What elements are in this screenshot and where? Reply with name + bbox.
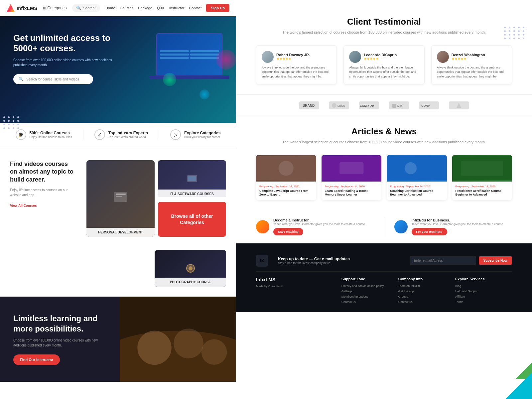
article-tag-1: Programing . September 14, 2020 [325, 185, 378, 188]
svg-rect-4 [188, 176, 196, 181]
hero-search-bar[interactable]: 🔍 [13, 74, 93, 84]
footer-item-help[interactable]: Gethelp [341, 290, 398, 293]
hero-search-input[interactable] [26, 77, 88, 81]
footer-item-privacy[interactable]: Privacy and cookie online policy [341, 284, 398, 288]
nav-quiz[interactable]: Quiz [157, 6, 165, 10]
test-user-0: Robert Downey JR. ★★★★★ [262, 51, 331, 63]
footer-top: ✉ Keep up to date — Get e-mail updates. … [256, 250, 512, 272]
svg-point-25 [405, 162, 417, 174]
brand-logo-1: LOGO [329, 101, 349, 109]
nav-categories[interactable]: ⊞ Categories [43, 6, 67, 10]
cta-desc-business: Teach what you love. Corrector gives you… [412, 222, 504, 226]
nav-home[interactable]: Home [105, 6, 115, 10]
cta-avatar-instructor [256, 220, 269, 233]
courses-icon: 🎓 [16, 129, 26, 140]
svg-text:COMPANY: COMPANY [360, 104, 375, 107]
avatar-1 [349, 51, 361, 63]
categories-label: Categories [48, 6, 67, 10]
testimonial-card-2: Denzel Washington ★★★★★ Always think out… [431, 45, 512, 85]
svg-point-6 [189, 266, 193, 270]
deco-dots-left [3, 116, 20, 129]
footer-item-groups[interactable]: Groups [398, 295, 455, 298]
article-card-0[interactable]: Programing . September 14, 2020 Complete… [256, 155, 316, 200]
footer-email-input[interactable] [410, 256, 476, 265]
nav-instructor[interactable]: Instructor [169, 6, 185, 10]
courses-left: Find videos courses on almost any topic … [10, 160, 76, 208]
article-tag-2: Programing . September 14, 2020 [390, 185, 444, 188]
experts-icon: ✓ [94, 129, 105, 140]
svg-rect-16 [392, 104, 396, 108]
logo[interactable]: InfixLMS [7, 4, 38, 12]
test-name-1: Leonardo DiCaprio [364, 53, 397, 57]
footer-item-contact[interactable]: Contact us [341, 300, 398, 304]
laptop-base [150, 75, 229, 79]
course-card-photo[interactable]: PHOTOGRAPHY COURSE [155, 250, 226, 287]
footer-item-blog[interactable]: Blog [455, 284, 512, 288]
footer: ✉ Keep up to date — Get e-mail updates. … [236, 243, 532, 312]
nav-links: Home Courses Package Quiz Instructor Con… [105, 4, 229, 12]
footer-logo-name: InfixLMS [256, 277, 341, 282]
stat-experts: ✓ Top Industry Experts Top instructors a… [94, 129, 148, 140]
footer-col-title-company: Company Info [398, 277, 455, 281]
footer-item-terms[interactable]: Terms [455, 300, 512, 304]
test-user-1: Leonardo DiCaprio ★★★★★ [349, 51, 419, 63]
search-input[interactable] [83, 6, 96, 10]
main-wrapper: InfixLMS ⊞ Categories 🔍 Home Courses Pac… [0, 0, 532, 399]
photo-row: PHOTOGRAPHY COURSE [0, 250, 236, 297]
article-title-3: Practitioner Certification Course Beginn… [456, 189, 509, 197]
course-card-personal[interactable]: PERSONAL DEVELOPMENT [86, 160, 155, 237]
svg-rect-2 [116, 196, 122, 197]
stars-0: ★★★★★ [276, 57, 310, 61]
footer-columns: InfixLMS Made by Creativens Support Zone… [256, 272, 512, 306]
article-title-2: Coaching Certification Course Beginner t… [390, 189, 444, 197]
svg-text:LOGO: LOGO [337, 104, 345, 107]
footer-email-form: Subscribe Now [410, 256, 512, 265]
categories-icon: ▷ [170, 129, 181, 140]
svg-rect-1 [116, 194, 126, 195]
footer-item-team[interactable]: Team on InfixEdu [398, 284, 455, 288]
svg-point-21 [279, 161, 294, 176]
article-title-0: Complete JavaScript Course From Zero to … [259, 189, 313, 197]
for-business-button[interactable]: For your Business [412, 228, 447, 235]
footer-item-contact2[interactable]: Contact us [398, 300, 455, 304]
cta-strip: Become a Instructor. Teach what you love… [236, 210, 532, 243]
svg-rect-23 [339, 162, 363, 174]
footer-item-membership[interactable]: Membership options [341, 295, 398, 298]
view-all-courses-link[interactable]: View All Courses [10, 204, 37, 207]
course-card-it[interactable]: IT & SOFTWARE COURSES [158, 160, 226, 199]
footer-item-support[interactable]: Help and Support [455, 290, 512, 293]
nav-package[interactable]: Package [138, 6, 152, 10]
brand-logo-5 [449, 101, 469, 109]
subscribe-button[interactable]: Subscribe Now [479, 256, 512, 265]
article-title-1: Learn Speed Reading & Boost Memory Super… [325, 189, 378, 197]
cta-business: InfixEdu for Business. Teach what you lo… [394, 218, 512, 236]
avatar-0 [262, 51, 274, 63]
article-img-0 [256, 155, 316, 182]
test-name-0: Robert Downey JR. [276, 53, 310, 57]
svg-text:BRAND: BRAND [303, 104, 315, 107]
footer-email-title: Keep up to date — Get e-mail updates. [278, 257, 403, 261]
start-teaching-button[interactable]: Start Teaching [273, 228, 303, 235]
cta-desc-instructor: Teach what you love. Corrector gives you… [273, 222, 366, 226]
test-name-2: Denzel Washington [452, 53, 485, 57]
browse-all-card[interactable]: Browse all of other Categories [158, 202, 226, 237]
footer-item-affiliate[interactable]: Affiliate [455, 295, 512, 298]
nav-search-bar[interactable]: 🔍 [72, 4, 100, 12]
article-img-2 [387, 155, 447, 182]
svg-text:Mark: Mark [397, 104, 404, 107]
article-card-2[interactable]: Programing . September 14, 2020 Coaching… [387, 155, 447, 200]
find-instructor-button[interactable]: Find Our Instructor [13, 354, 60, 365]
stat-experts-sub: Top instructors around world [108, 135, 148, 139]
nav-courses[interactable]: Courses [120, 6, 133, 10]
hero-content: Get unlimited access to 5000+ courses. C… [13, 33, 120, 84]
hero-section: Get unlimited access to 5000+ courses. C… [0, 16, 236, 123]
logo-icon [7, 4, 15, 12]
stars-1: ★★★★★ [364, 57, 397, 61]
grid-icon: ⊞ [43, 6, 46, 10]
article-card-3[interactable]: Programing . September 14, 2020 Practiti… [452, 155, 512, 200]
article-card-1[interactable]: Programing . September 14, 2020 Learn Sp… [322, 155, 382, 200]
signup-button[interactable]: Sign Up [206, 4, 229, 12]
nav-contact[interactable]: Contact [189, 6, 202, 10]
footer-item-app[interactable]: Get the app [398, 290, 455, 293]
right-panel: Client Testimonial The world's largest s… [236, 0, 532, 399]
